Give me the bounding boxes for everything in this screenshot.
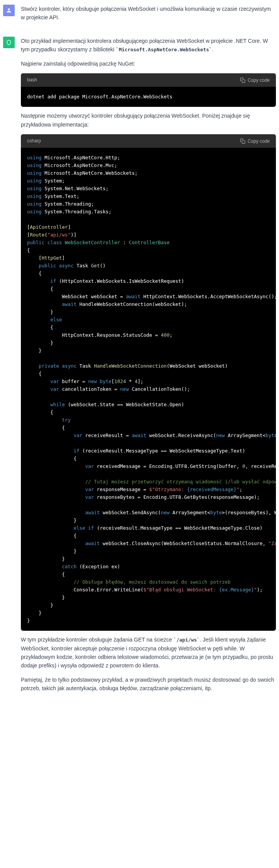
assistant-avatar [3, 37, 15, 48]
paragraph: W tym przykładzie kontroler obsługuje żą… [21, 635, 274, 670]
code-content[interactable]: dotnet add package Microsoft.AspNetCore.… [21, 87, 276, 107]
clipboard-icon [240, 78, 245, 83]
code-lang-label: csharp [27, 137, 41, 145]
intro-paragraph: Oto przykład implementacji kontrolera ob… [21, 37, 274, 54]
text: W tym przykładzie kontroler obsługuje żą… [21, 637, 174, 643]
svg-rect-0 [242, 79, 245, 83]
copy-code-button[interactable]: Copy code [240, 78, 270, 83]
paragraph: Pamiętaj, że to tylko podstawowy przykła… [21, 675, 274, 693]
paragraph: Najpierw zainstaluj odpowiednią paczkę N… [21, 59, 274, 68]
inline-code: `Microsoft.AspNetCore.WebSockets` [116, 47, 212, 52]
copy-code-button[interactable]: Copy code [240, 138, 270, 144]
assistant-message: Oto przykład implementacji kontrolera ob… [0, 32, 279, 703]
inline-code: `/api/ws` [174, 637, 200, 643]
user-avatar [3, 5, 15, 16]
code-text: using Microsoft.AspNetCore.Http; using M… [27, 154, 270, 625]
code-header: bash Copy code [21, 73, 276, 87]
copy-label: Copy code [248, 78, 270, 83]
svg-rect-1 [242, 140, 245, 144]
code-block-csharp: csharp Copy code using Microsoft.AspNetC… [21, 134, 276, 631]
user-message: Stwórz kontroler, który obsługuje połącz… [0, 0, 279, 32]
code-content[interactable]: using Microsoft.AspNetCore.Http; using M… [21, 148, 276, 631]
copy-label: Copy code [248, 138, 270, 144]
text: . [212, 46, 213, 52]
user-text: Stwórz kontroler, który obsługuje połącz… [21, 5, 274, 22]
code-header: csharp Copy code [21, 134, 276, 148]
clipboard-icon [240, 138, 245, 144]
code-text: dotnet add package Microsoft.AspNetCore.… [27, 93, 270, 101]
code-block-bash: bash Copy code dotnet add package Micros… [21, 73, 276, 107]
code-lang-label: bash [27, 76, 37, 84]
paragraph: Następnie możemy utworzyć kontroler obsł… [21, 111, 274, 129]
